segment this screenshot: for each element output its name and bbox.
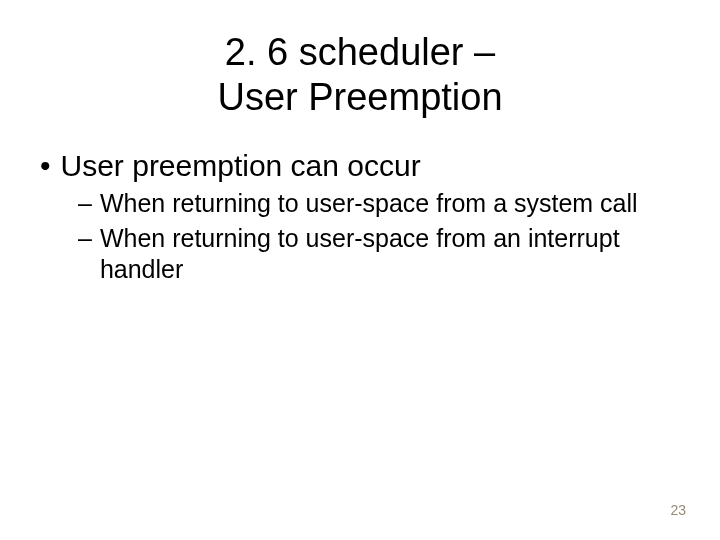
subbullet-1: – When returning to user-space from a sy… xyxy=(78,188,680,219)
subbullet-text: When returning to user-space from an int… xyxy=(100,223,680,286)
subbullet-2: – When returning to user-space from an i… xyxy=(78,223,680,286)
bullet-marker: • xyxy=(40,148,51,184)
title-line-1: 2. 6 scheduler – xyxy=(225,31,495,73)
slide-title: 2. 6 scheduler – User Preemption xyxy=(40,30,680,120)
subbullet-text: When returning to user-space from a syst… xyxy=(100,188,638,219)
bullet-main: • User preemption can occur xyxy=(40,148,680,184)
subbullet-marker: – xyxy=(78,188,92,219)
slide: 2. 6 scheduler – User Preemption • User … xyxy=(0,0,720,540)
subbullet-marker: – xyxy=(78,223,92,286)
bullet-text: User preemption can occur xyxy=(61,148,421,184)
page-number: 23 xyxy=(670,502,686,518)
title-line-2: User Preemption xyxy=(217,76,502,118)
